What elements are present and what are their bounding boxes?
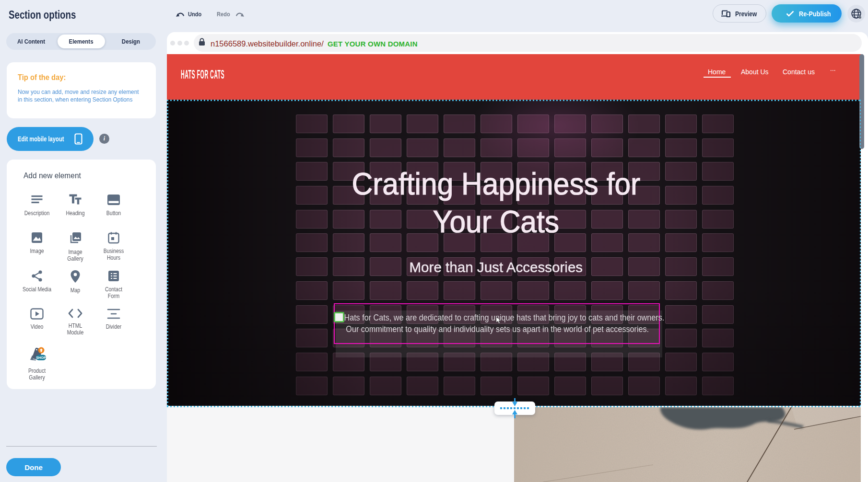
svg-text:SHOP: SHOP (36, 356, 46, 360)
